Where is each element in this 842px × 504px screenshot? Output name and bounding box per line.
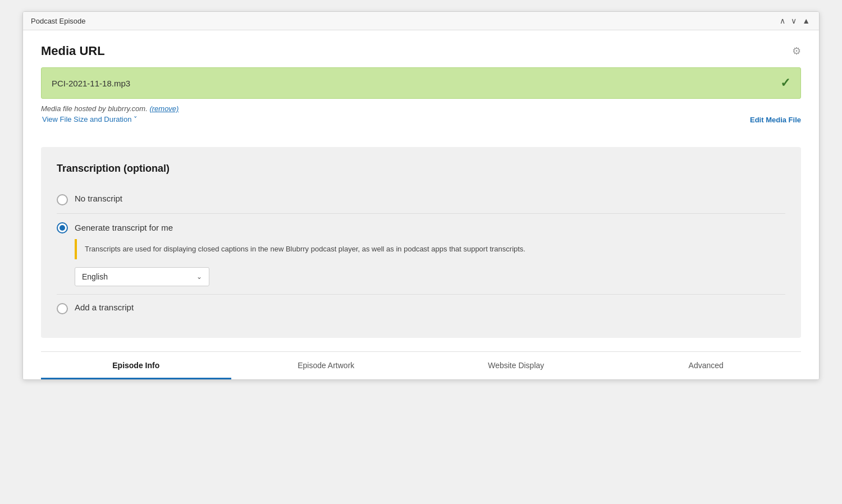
expand-button[interactable]: ∨ bbox=[790, 16, 798, 25]
section-title: Media URL bbox=[41, 44, 105, 58]
tab-episode-info[interactable]: Episode Info bbox=[41, 352, 231, 379]
generate-transcript-option[interactable]: Generate transcript for me Transcripts a… bbox=[57, 214, 785, 295]
window-title: Podcast Episode bbox=[31, 17, 86, 25]
generate-transcript-content: Transcripts are used for displaying clos… bbox=[75, 239, 533, 286]
tab-episode-artwork[interactable]: Episode Artwork bbox=[231, 352, 422, 379]
transcription-title: Transcription (optional) bbox=[57, 163, 785, 175]
remove-link[interactable]: (remove) bbox=[149, 104, 179, 113]
chevron-down-icon: ⌄ bbox=[196, 273, 202, 281]
main-window: Podcast Episode ∧ ∨ ▲ Media URL ⚙ PCI-20… bbox=[22, 11, 820, 380]
bottom-tabs: Episode Info Episode Artwork Website Dis… bbox=[41, 351, 801, 379]
edit-media-file-link[interactable]: Edit Media File bbox=[750, 116, 801, 124]
add-transcript-option[interactable]: Add a transcript bbox=[57, 295, 785, 322]
media-filename: PCI-2021-11-18.mp3 bbox=[52, 79, 130, 88]
view-file-size-link[interactable]: View File Size and Duration ˅ bbox=[41, 115, 179, 123]
generate-transcript-row: Generate transcript for me bbox=[57, 222, 173, 233]
detach-button[interactable]: ▲ bbox=[801, 16, 811, 25]
no-transcript-option[interactable]: No transcript bbox=[57, 186, 785, 214]
collapse-button[interactable]: ∧ bbox=[779, 16, 786, 25]
language-value: English bbox=[82, 272, 108, 281]
media-hosted-text: Media file hosted by blubrry.com. (remov… bbox=[41, 104, 179, 113]
generate-transcript-radio[interactable] bbox=[57, 222, 68, 233]
transcript-info-text: Transcripts are used for displaying clos… bbox=[75, 239, 533, 259]
media-url-bar: PCI-2021-11-18.mp3 ✓ bbox=[41, 67, 801, 99]
title-bar-controls: ∧ ∨ ▲ bbox=[779, 16, 811, 25]
tab-advanced[interactable]: Advanced bbox=[611, 352, 802, 379]
check-icon: ✓ bbox=[780, 76, 790, 90]
add-transcript-label: Add a transcript bbox=[75, 303, 134, 312]
main-content: Media URL ⚙ PCI-2021-11-18.mp3 ✓ Media f… bbox=[23, 30, 819, 379]
add-transcript-radio[interactable] bbox=[57, 303, 68, 314]
language-select[interactable]: English ⌄ bbox=[75, 267, 209, 286]
section-header: Media URL ⚙ bbox=[41, 44, 801, 58]
media-info-left: Media file hosted by blubrry.com. (remov… bbox=[41, 104, 179, 135]
transcription-section: Transcription (optional) No transcript G… bbox=[41, 147, 801, 338]
no-transcript-radio[interactable] bbox=[57, 194, 68, 205]
tab-website-display[interactable]: Website Display bbox=[421, 352, 611, 379]
generate-transcript-label: Generate transcript for me bbox=[75, 223, 173, 232]
title-bar: Podcast Episode ∧ ∨ ▲ bbox=[23, 12, 819, 30]
links-row: Media file hosted by blubrry.com. (remov… bbox=[41, 104, 801, 135]
settings-icon[interactable]: ⚙ bbox=[792, 45, 801, 57]
no-transcript-label: No transcript bbox=[75, 194, 122, 203]
